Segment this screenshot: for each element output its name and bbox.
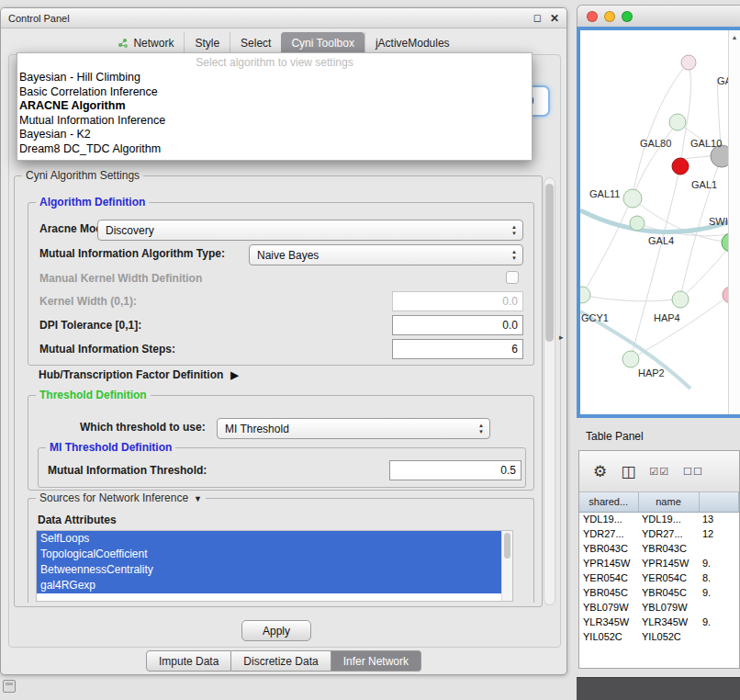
minimize-button[interactable]: [604, 11, 615, 22]
tab-select[interactable]: Select: [230, 32, 281, 54]
traffic-lights: [587, 11, 633, 22]
table-row[interactable]: YBR045CYBR045C9.: [579, 585, 739, 600]
sources-group-title[interactable]: Sources for Network Inference: [36, 491, 206, 504]
table-row[interactable]: YDR27...YDR27...12: [579, 526, 739, 541]
collapsed-panel-icon[interactable]: [3, 680, 16, 693]
network-node[interactable]: [623, 189, 642, 208]
network-node[interactable]: [580, 287, 590, 303]
network-window-titlebar[interactable]: [577, 5, 740, 27]
mi-threshold-definition-title: MI Threshold Definition: [46, 441, 175, 454]
node-label: GAL10: [690, 138, 722, 149]
kernel-width-label: Kernel Width (0,1):: [39, 295, 137, 308]
table-row[interactable]: YIL052CYIL052C: [579, 629, 739, 644]
network-node[interactable]: [672, 291, 689, 308]
threshold-definition-title: Threshold Definition: [36, 389, 151, 401]
tab-cyni-toolbox[interactable]: Cyni Toolbox: [281, 32, 364, 54]
tab-jactivemodules[interactable]: jActiveModules: [364, 32, 460, 54]
node-label: GAL80: [640, 138, 671, 149]
manual-kernel-width-checkbox[interactable]: [506, 271, 519, 284]
mi-threshold-definition-group: MI Threshold Definition Mutual Informati…: [38, 447, 526, 488]
splitter-arrow-icon[interactable]: [559, 333, 564, 342]
attribute-item[interactable]: TopologicalCoefficient: [37, 547, 512, 562]
table-cell: YDL19...: [579, 512, 638, 526]
table-row[interactable]: YLR345WYLR345W9.: [579, 615, 739, 629]
tab-style[interactable]: Style: [184, 32, 230, 54]
zoom-button[interactable]: [622, 11, 633, 22]
bottom-panel-strip: [577, 677, 740, 700]
aracne-mode-select[interactable]: Discovery: [97, 220, 523, 241]
show-columns-icon[interactable]: ◫: [621, 464, 635, 480]
attribute-item[interactable]: SelfLoops: [37, 531, 512, 547]
algorithm-option[interactable]: ARACNE Algorithm: [17, 99, 532, 114]
data-attributes-list[interactable]: SelfLoopsTopologicalCoefficientBetweenne…: [36, 530, 513, 602]
column-header[interactable]: [699, 492, 739, 512]
network-node[interactable]: [669, 114, 686, 130]
network-scrollbar[interactable]: [728, 30, 740, 414]
table-row[interactable]: YER054CYER054C8.: [579, 570, 739, 585]
network-node[interactable]: [672, 158, 689, 175]
tab-infer-network[interactable]: Infer Network: [331, 650, 421, 672]
table-cell: 9.: [699, 556, 739, 570]
table-cell: [699, 600, 739, 615]
control-panel-tabs: Network Style Select Cyni Toolbox jActiv…: [1, 32, 566, 54]
algorithm-option[interactable]: Bayesian - Hill Climbing: [17, 71, 532, 85]
network-canvas[interactable]: GALGAL80GAL10GAL11GAL1SWI4GAL4GCY1HAP4YH…: [577, 27, 740, 418]
algorithm-option[interactable]: Dream8 DC_TDC Algorithm: [17, 142, 532, 157]
column-header[interactable]: shared...: [579, 492, 638, 512]
table-cell: YDR27...: [638, 526, 699, 541]
node-label: GAL1: [691, 179, 717, 190]
network-edge[interactable]: [680, 249, 727, 299]
cyni-algorithm-settings-group: Cyni Algorithm Settings Algorithm Defini…: [14, 175, 543, 607]
table-cell: YBR045C: [579, 585, 638, 600]
mi-threshold-field[interactable]: 0.5: [389, 460, 521, 480]
attribute-item[interactable]: BetweennessCentrality: [37, 562, 512, 578]
network-node[interactable]: [681, 55, 696, 70]
mi-algorithm-type-select[interactable]: Naive Bayes: [249, 244, 523, 265]
tab-impute-data[interactable]: Impute Data: [146, 650, 231, 672]
tab-network[interactable]: Network: [107, 32, 184, 54]
network-node[interactable]: [622, 351, 639, 367]
table-cell: YPR145W: [638, 556, 699, 570]
float-window-icon[interactable]: ◻: [533, 12, 542, 24]
attributes-scrollbar[interactable]: [501, 531, 512, 601]
mi-steps-field[interactable]: 6: [392, 339, 523, 359]
node-label: GAL4: [648, 235, 674, 246]
settings-group-title: Cyni Algorithm Settings: [22, 169, 143, 182]
table-row[interactable]: YBL079WYBL079W: [579, 600, 739, 615]
table-row[interactable]: YDL19...YDL19...13: [579, 512, 739, 526]
table-row[interactable]: YBR043CYBR043C: [579, 541, 739, 556]
algorithm-option[interactable]: Bayesian - K2: [17, 128, 532, 142]
algorithm-option[interactable]: Mutual Information Inference: [17, 114, 532, 129]
network-edge[interactable]: [681, 62, 690, 159]
kernel-width-field[interactable]: 0.0: [392, 291, 523, 311]
sources-group: Sources for Network Inference Data Attri…: [28, 498, 534, 603]
close-button[interactable]: [587, 11, 598, 22]
table-cell: [699, 629, 739, 644]
close-icon[interactable]: ✕: [550, 12, 559, 25]
settings-scrollbar[interactable]: [544, 177, 555, 605]
settings-gear-icon[interactable]: ⚙: [593, 464, 607, 480]
network-edge[interactable]: [582, 295, 674, 301]
algorithm-definition-title: Algorithm Definition: [36, 196, 149, 209]
algorithm-option[interactable]: Basic Correlation Inference: [17, 85, 532, 100]
network-graph[interactable]: GALGAL80GAL10GAL11GAL1SWI4GAL4GCY1HAP4YH…: [580, 30, 740, 414]
attribute-item[interactable]: gal4RGexp: [37, 578, 512, 593]
node-table: shared...name YDL19...YDL19...13YDR27...…: [579, 492, 739, 644]
table-cell: 9.: [699, 585, 739, 600]
apply-button[interactable]: Apply: [241, 620, 311, 641]
table-cell: YBL079W: [638, 600, 699, 615]
column-header[interactable]: name: [638, 492, 699, 512]
network-node[interactable]: [630, 216, 645, 231]
mi-threshold-label: Mutual Information Threshold:: [48, 464, 207, 477]
clear-checks-icon[interactable]: ☐☐: [683, 467, 703, 477]
dpi-tolerance-field[interactable]: 0.0: [392, 315, 523, 335]
manual-kernel-width-label: Manual Kernel Width Definition: [39, 272, 202, 285]
table-cell: YPR145W: [579, 556, 638, 570]
hub-definition-expander[interactable]: Hub/Transcription Factor Definition: [39, 368, 239, 381]
table-row[interactable]: YPR145WYPR145W9.: [579, 556, 739, 570]
select-all-checks-icon[interactable]: ☑☑: [649, 467, 669, 477]
data-attributes-label: Data Attributes: [38, 514, 117, 526]
tab-discretize-data[interactable]: Discretize Data: [231, 650, 331, 672]
control-panel-titlebar[interactable]: Control Panel ◻ ✕: [1, 8, 566, 28]
which-threshold-select[interactable]: MI Threshold: [217, 418, 490, 439]
